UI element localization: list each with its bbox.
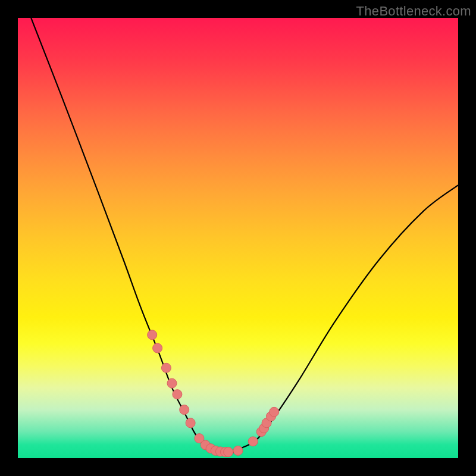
dot xyxy=(233,446,243,455)
bottleneck-curve xyxy=(31,18,458,454)
dot xyxy=(161,363,171,372)
dot xyxy=(186,418,195,428)
dot xyxy=(180,405,189,415)
plot-area xyxy=(18,18,458,458)
curve-svg xyxy=(18,18,458,458)
watermark-text: TheBottleneck.com xyxy=(356,4,471,19)
dot xyxy=(248,437,258,446)
dot xyxy=(153,343,162,353)
dot xyxy=(167,378,177,388)
chart-frame: TheBottleneck.com xyxy=(0,0,476,476)
dot xyxy=(148,330,157,340)
dot xyxy=(270,407,279,416)
dot xyxy=(173,390,182,399)
dot xyxy=(224,447,233,457)
